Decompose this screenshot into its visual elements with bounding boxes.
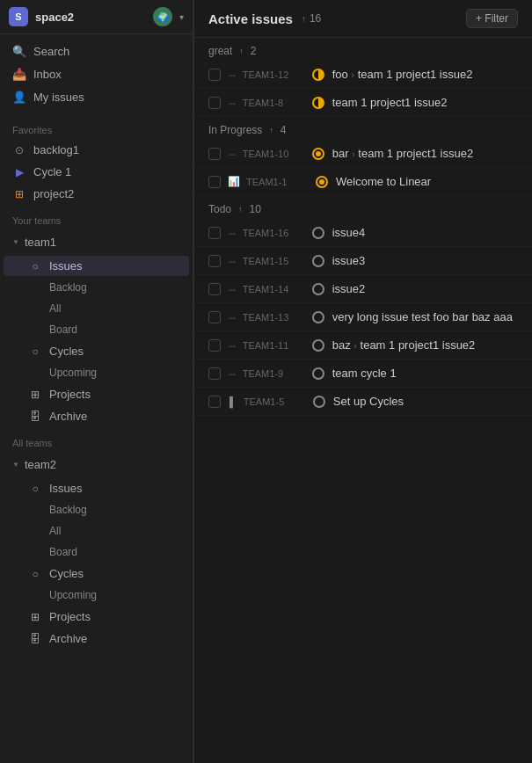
sidebar-item-team2-upcoming[interactable]: Upcoming bbox=[4, 585, 189, 605]
sidebar-item-team1-board[interactable]: Board bbox=[4, 320, 189, 339]
table-row[interactable]: ··· TEAM1-12 foo › team 1 project1 issue… bbox=[194, 61, 532, 89]
issue-id: TEAM1-15 bbox=[243, 256, 304, 266]
sidebar-item-team2-cycles[interactable]: ○ Cycles bbox=[4, 563, 189, 584]
issue-checkbox[interactable] bbox=[208, 227, 221, 239]
status-todo-icon bbox=[311, 254, 325, 268]
sidebar-item-team1-upcoming[interactable]: Upcoming bbox=[4, 363, 189, 382]
issue-checkbox[interactable] bbox=[208, 97, 221, 109]
status-todo-icon bbox=[311, 338, 325, 352]
team1-name: team1 bbox=[25, 236, 56, 249]
issue-menu-icon[interactable]: ··· bbox=[228, 310, 236, 324]
status-todo-icon bbox=[311, 282, 325, 296]
issue-menu-icon[interactable]: ··· bbox=[228, 147, 236, 161]
table-row[interactable]: ▌ TEAM1-5 Set up Cycles bbox=[194, 388, 532, 416]
group-todo-label: Todo bbox=[208, 203, 231, 215]
status-todo-icon bbox=[311, 367, 325, 381]
issue-menu-icon[interactable]: ··· bbox=[228, 338, 236, 352]
sidebar-item-team1-projects[interactable]: ⊞ Projects bbox=[4, 384, 189, 404]
sidebar-item-inbox[interactable]: 📥 Inbox bbox=[4, 63, 189, 85]
play-icon: ▶ bbox=[12, 166, 26, 178]
table-row[interactable]: ··· TEAM1-16 issue4 bbox=[194, 219, 532, 247]
sidebar-item-team2-board[interactable]: Board bbox=[4, 542, 189, 562]
issue-checkbox[interactable] bbox=[208, 396, 221, 408]
filter-button[interactable]: + Filter bbox=[466, 9, 518, 28]
sidebar-item-team1-backlog[interactable]: Backlog bbox=[4, 278, 189, 297]
group-arrow-icon: ↑ bbox=[269, 126, 273, 134]
issue-title: issue3 bbox=[332, 254, 518, 267]
issue-menu-icon[interactable]: ··· bbox=[228, 68, 236, 82]
issue-title: baz › team 1 project1 issue2 bbox=[332, 338, 518, 352]
sidebar-item-team2-issues[interactable]: ○ Issues bbox=[4, 478, 189, 498]
sidebar-item-team2-backlog[interactable]: Backlog bbox=[4, 500, 189, 520]
table-row[interactable]: ··· TEAM1-15 issue3 bbox=[194, 247, 532, 275]
team2-upcoming-label: Upcoming bbox=[49, 589, 97, 601]
team2-issues-label: Issues bbox=[49, 482, 83, 495]
group-great-label: great bbox=[208, 45, 232, 57]
sidebar-item-cycle1[interactable]: ▶ Cycle 1 bbox=[4, 162, 189, 182]
sidebar-item-search[interactable]: 🔍 Search bbox=[4, 40, 189, 62]
team2-header[interactable]: ▼ team2 bbox=[4, 454, 189, 476]
issue-checkbox[interactable] bbox=[208, 148, 221, 160]
team1-upcoming-label: Upcoming bbox=[49, 367, 97, 379]
table-row[interactable]: ··· TEAM1-8 team 1 project1 issue2 bbox=[194, 89, 532, 117]
issue-checkbox[interactable] bbox=[208, 339, 221, 352]
status-half-icon bbox=[311, 147, 325, 161]
issue-checkbox[interactable] bbox=[208, 255, 221, 267]
issue-title: bar › team 1 project1 issue2 bbox=[332, 147, 518, 160]
issue-id: TEAM1-1 bbox=[246, 177, 308, 187]
cycles-icon-2: ○ bbox=[28, 568, 42, 580]
table-row[interactable]: ··· TEAM1-9 team cycle 1 bbox=[194, 360, 532, 388]
sidebar: S space2 🌍 ▾ 🔍 Search 📥 Inbox 👤 My issue… bbox=[0, 0, 193, 763]
table-row[interactable]: ··· TEAM1-13 very long issue test foo ba… bbox=[194, 303, 532, 331]
status-todo-icon bbox=[312, 395, 326, 409]
group-header-inprogress[interactable]: In Progress ↑ 4 bbox=[194, 117, 532, 140]
issue-menu-icon[interactable]: ··· bbox=[228, 254, 236, 268]
triangle-down-icon-2: ▼ bbox=[12, 461, 19, 469]
issue-checkbox[interactable] bbox=[208, 311, 221, 323]
favorites-item-label: project2 bbox=[33, 187, 74, 200]
count-arrow-icon: ↑ bbox=[302, 14, 306, 24]
group-header-todo[interactable]: Todo ↑ 10 bbox=[194, 196, 532, 219]
table-row[interactable]: ··· TEAM1-14 issue2 bbox=[194, 275, 532, 303]
issue-menu-icon[interactable]: ··· bbox=[228, 367, 236, 381]
workspace-avatar: S bbox=[9, 7, 28, 26]
sidebar-item-project2[interactable]: ⊞ project2 bbox=[4, 184, 189, 204]
table-row[interactable]: 📊 TEAM1-1 Welcome to Linear bbox=[194, 168, 532, 196]
issue-count: 16 bbox=[310, 12, 321, 25]
issue-checkbox[interactable] bbox=[208, 283, 221, 295]
issue-id: TEAM1-14 bbox=[243, 284, 304, 294]
workspace-name: space2 bbox=[35, 11, 146, 24]
table-row[interactable]: ··· TEAM1-11 baz › team 1 project1 issue… bbox=[194, 331, 532, 360]
sidebar-item-team1-cycles[interactable]: ○ Cycles bbox=[4, 341, 189, 361]
group-great-count: 2 bbox=[251, 45, 257, 57]
issue-id: TEAM1-9 bbox=[243, 368, 304, 379]
all-teams-label: All teams bbox=[0, 427, 193, 452]
issue-checkbox[interactable] bbox=[208, 176, 221, 188]
issue-menu-icon[interactable]: ··· bbox=[228, 282, 236, 296]
workspace-header[interactable]: S space2 🌍 ▾ bbox=[0, 0, 193, 34]
sidebar-item-backlog1[interactable]: ⊙ backlog1 bbox=[4, 140, 189, 160]
sidebar-item-my-issues[interactable]: 👤 My issues bbox=[4, 86, 189, 108]
group-arrow-icon: ↑ bbox=[238, 205, 243, 214]
issue-menu-icon[interactable]: ··· bbox=[228, 226, 236, 240]
issue-checkbox[interactable] bbox=[208, 69, 221, 81]
status-bar-icon bbox=[315, 175, 329, 189]
status-inprogress-icon bbox=[311, 96, 325, 110]
issue-menu-icon[interactable]: 📊 bbox=[228, 176, 239, 187]
team2-all-label: All bbox=[49, 525, 61, 537]
team1-backlog-label: Backlog bbox=[49, 281, 87, 294]
sidebar-item-team2-all[interactable]: All bbox=[4, 521, 189, 541]
group-header-great[interactable]: great ↑ 2 bbox=[194, 38, 532, 61]
issue-checkbox[interactable] bbox=[208, 367, 221, 380]
issue-menu-icon[interactable]: ··· bbox=[228, 96, 236, 110]
table-row[interactable]: ··· TEAM1-10 bar › team 1 project1 issue… bbox=[194, 140, 532, 168]
sidebar-item-team1-issues[interactable]: ○ Issues bbox=[4, 256, 189, 276]
sidebar-item-team1-archive[interactable]: 🗄 Archive bbox=[4, 406, 189, 426]
sidebar-item-team2-archive[interactable]: 🗄 Archive bbox=[4, 629, 189, 649]
sidebar-item-team1-all[interactable]: All bbox=[4, 299, 189, 318]
status-todo-icon bbox=[311, 310, 325, 324]
team1-header[interactable]: ▼ team1 bbox=[4, 231, 189, 253]
issue-id: TEAM1-5 bbox=[244, 396, 305, 407]
sidebar-item-my-issues-label: My issues bbox=[33, 91, 84, 104]
sidebar-item-team2-projects[interactable]: ⊞ Projects bbox=[4, 607, 189, 627]
